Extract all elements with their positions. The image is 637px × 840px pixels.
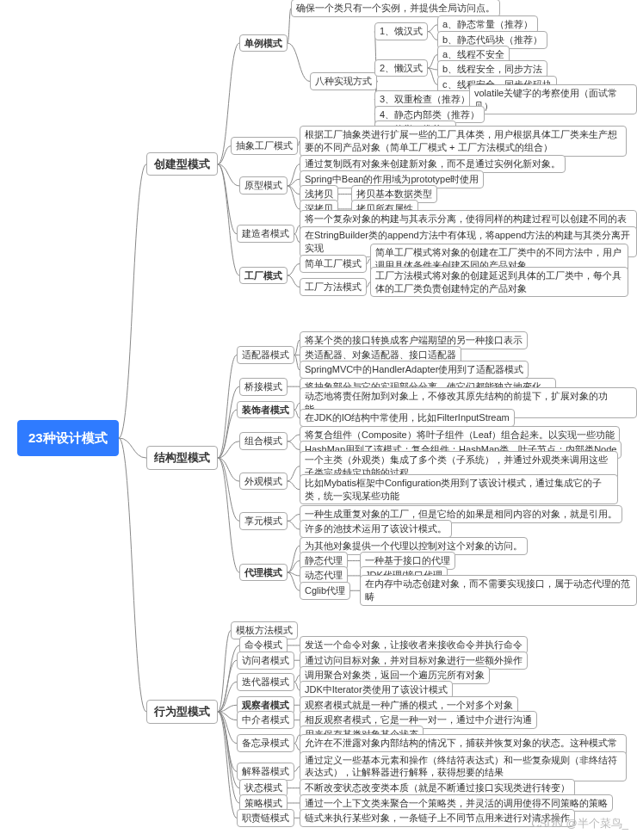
mindmap-node: 在内存中动态创建对象，而不需要实现接口，属于动态代理的范畴 xyxy=(360,575,637,606)
mindmap-node: volatile关键字的考察使用（面试常见） xyxy=(469,84,637,115)
mindmap-node: 外观模式 xyxy=(239,472,288,491)
mindmap-node: 建造者模式 xyxy=(237,225,294,243)
mindmap-node: 解释器模式 xyxy=(237,763,294,781)
mindmap-node: 行为型模式 xyxy=(146,700,218,724)
mindmap-node: 桥接模式 xyxy=(239,378,288,396)
mindmap-node: 工厂方法模式 xyxy=(300,278,367,296)
mindmap-node: 23种设计模式 xyxy=(17,420,119,456)
mindmap-node: 根据工厂抽象类进行扩展一些的工厂具体类，用户根据具体工厂类来生产想要的不同产品对… xyxy=(300,126,627,157)
mindmap-node: 中介者模式 xyxy=(237,711,294,729)
mindmap-node: 创建型模式 xyxy=(146,152,218,176)
mindmap-node: 原型模式 xyxy=(239,176,288,195)
mindmap-node: 迭代器模式 xyxy=(237,673,294,691)
mindmap-node: SpringMVC中的HandlerAdapter使用到了适配器模式 xyxy=(300,361,529,379)
mindmap-node: 工厂方法模式将对象的创建延迟到具体的工厂类中，每个具体的工厂类负责创建特定的产品… xyxy=(370,267,628,298)
mindmap-node: 比如Mybatis框架中Configuration类用到了该设计模式，通过集成它… xyxy=(300,474,618,505)
mindmap-node: 适配器模式 xyxy=(237,346,294,364)
mindmap-node: 1、饿汉式 xyxy=(374,22,428,40)
mindmap-node: 通过定义一些基本元素和操作（终结符表达式）和一些复杂规则（非终结符表达式），让解… xyxy=(300,751,627,782)
mindmap-node: 访问者模式 xyxy=(237,652,294,670)
mindmap-node: 八种实现方式 xyxy=(310,72,377,90)
mindmap-node: 抽象工厂模式 xyxy=(231,137,298,155)
mindmap-node: 装饰者模式 xyxy=(237,401,294,419)
mindmap-node: 享元模式 xyxy=(239,512,288,530)
mindmap-node: 代理模式 xyxy=(239,564,288,582)
mindmap-node: 2、懒汉式 xyxy=(374,59,428,77)
mindmap-node: 简单工厂模式 xyxy=(300,255,367,273)
watermark: CSDN @半个菜鸟_ xyxy=(531,816,628,831)
mindmap-node: 在JDK的IO结构中常使用，比如FilterInputStream xyxy=(300,409,515,427)
mindmap-node: 工厂模式 xyxy=(239,267,288,285)
mindmap-node: 备忘录模式 xyxy=(237,734,294,752)
mindmap-node: 职责链模式 xyxy=(237,809,294,827)
mindmap-node: 结构型模式 xyxy=(146,446,218,470)
mindmap-node: 许多的池技术运用了该设计模式。 xyxy=(300,520,452,538)
mindmap-node: Cglib代理 xyxy=(300,582,350,600)
mindmap-node: 单例模式 xyxy=(239,34,288,52)
mindmap-node: 确保一个类只有一个实例，并提供全局访问点。 xyxy=(291,0,500,17)
mindmap-node: 组合模式 xyxy=(239,432,288,450)
